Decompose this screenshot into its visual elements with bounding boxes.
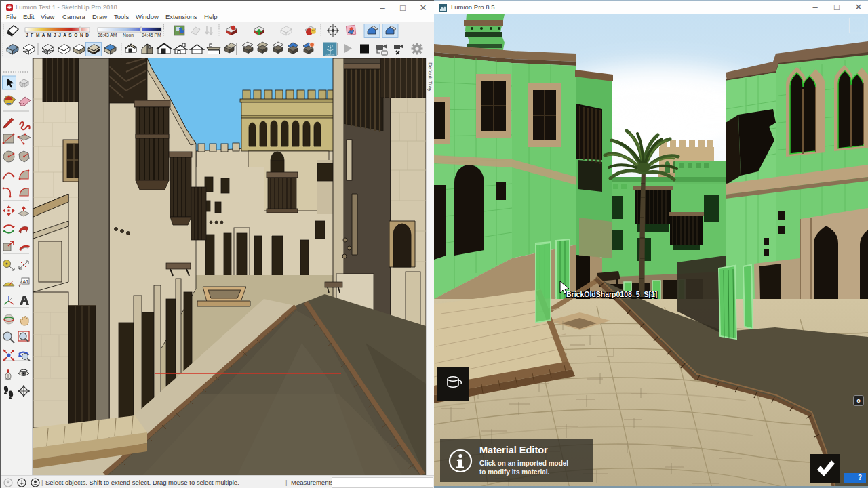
svg-text:J F M A M J J A S O N D: J F M A M J J A S O N D [26,33,89,37]
svg-text:06:43 AM: 06:43 AM [98,33,117,37]
svg-text:LUMION: LUMION [325,54,334,56]
svg-text:Noon: Noon [123,33,134,37]
svg-text:04:45 PM: 04:45 PM [142,33,161,37]
svg-text:BrickOldSharp0108_5_S[1]: BrickOldSharp0108_5_S[1] [566,290,657,298]
svg-text:A1: A1 [23,279,29,284]
